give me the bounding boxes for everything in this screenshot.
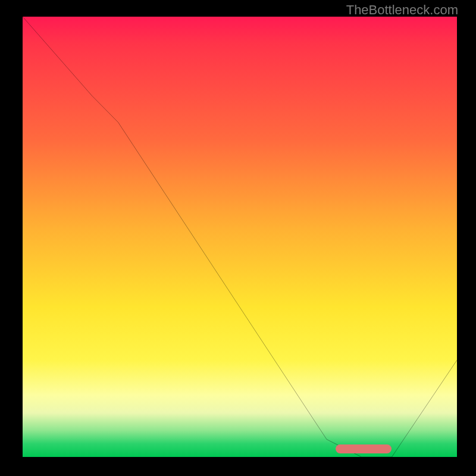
bottleneck-curve-path [23, 17, 457, 457]
optimal-range-marker [336, 444, 392, 453]
plot-area [23, 17, 457, 457]
attribution-label: TheBottleneck.com [346, 2, 458, 18]
bottleneck-chart: TheBottleneck.com [0, 0, 476, 476]
curve-layer [23, 17, 457, 457]
